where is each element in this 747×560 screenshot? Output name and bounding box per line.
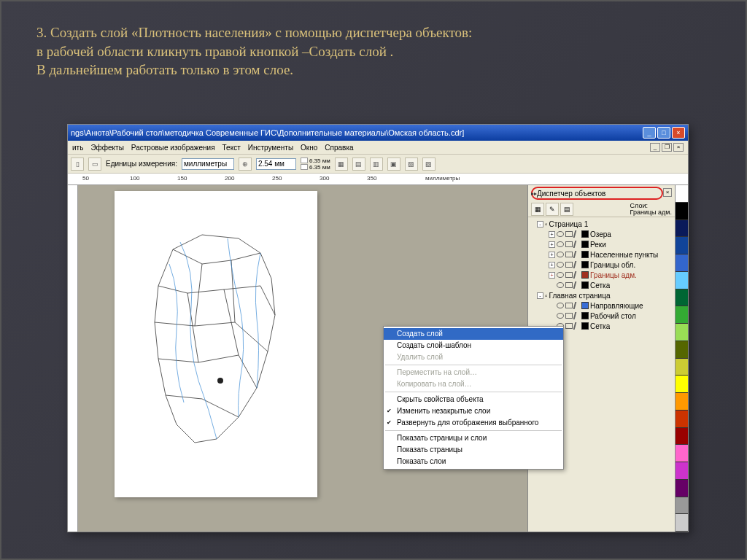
landscape-orientation-button[interactable]: ▭ bbox=[88, 158, 101, 171]
tree-page-1[interactable]: - ▫ Страница 1 bbox=[530, 219, 673, 229]
menu-window[interactable]: Окно bbox=[301, 144, 317, 152]
show-props-button[interactable]: ▦ bbox=[531, 203, 544, 216]
maximize-button[interactable]: □ bbox=[657, 127, 670, 139]
document-page[interactable] bbox=[115, 191, 317, 497]
print-icon[interactable] bbox=[565, 323, 573, 329]
layer-granicy-obl[interactable]: +Границы обл. bbox=[530, 260, 673, 270]
eye-icon[interactable] bbox=[557, 282, 564, 288]
print-icon[interactable] bbox=[565, 231, 573, 237]
tree-master-page[interactable]: - ▫ Главная страница bbox=[530, 290, 673, 300]
toolbar-button-6[interactable]: ▨ bbox=[422, 158, 436, 171]
doc-restore-button[interactable]: ❐ bbox=[662, 143, 672, 152]
print-icon[interactable] bbox=[565, 241, 573, 247]
expander-icon[interactable]: + bbox=[549, 262, 555, 268]
doc-close-button[interactable]: × bbox=[673, 143, 684, 152]
print-icon[interactable] bbox=[565, 272, 573, 278]
menu-tools[interactable]: Инструменты bbox=[248, 144, 293, 152]
color-swatch[interactable] bbox=[676, 203, 688, 220]
cm-expand-selected[interactable]: ✔Развернуть для отображения выбранного bbox=[384, 417, 563, 429]
pen-icon[interactable] bbox=[573, 261, 581, 268]
cm-show-layers[interactable]: Показать слои bbox=[384, 456, 563, 467]
expander-icon[interactable]: + bbox=[549, 241, 555, 248]
color-swatch[interactable] bbox=[676, 497, 688, 515]
edit-layers-button[interactable]: ✎ bbox=[546, 203, 559, 216]
color-swatch[interactable] bbox=[676, 411, 688, 428]
eye-icon[interactable] bbox=[557, 262, 564, 268]
color-swatch[interactable] bbox=[676, 480, 688, 497]
layer-tree[interactable]: - ▫ Страница 1 +Озера +Реки +Населенные … bbox=[528, 217, 675, 332]
cm-show-pages[interactable]: Показать страницы bbox=[384, 444, 563, 456]
eye-icon[interactable] bbox=[557, 241, 564, 247]
menu-fragment[interactable]: ить bbox=[72, 144, 83, 152]
cm-show-pages-layers[interactable]: Показать страницы и слои bbox=[384, 432, 563, 444]
color-swatch[interactable] bbox=[676, 341, 688, 359]
eye-icon[interactable] bbox=[557, 272, 564, 278]
color-palette[interactable] bbox=[675, 185, 688, 532]
color-swatch[interactable] bbox=[676, 514, 688, 532]
pen-icon[interactable] bbox=[573, 230, 581, 238]
pen-icon[interactable] bbox=[573, 271, 581, 279]
color-swatch[interactable] bbox=[676, 185, 688, 203]
cm-edit-across[interactable]: ✔Изменить незакрытые слои bbox=[384, 405, 563, 417]
pen-icon[interactable] bbox=[573, 281, 581, 289]
layer-view-button[interactable]: ▤ bbox=[560, 203, 573, 216]
expander-icon[interactable]: + bbox=[549, 252, 555, 258]
color-swatch[interactable] bbox=[676, 428, 688, 446]
toolbar-button-4[interactable]: ▣ bbox=[387, 158, 400, 171]
cm-create-layer[interactable]: Создать слой bbox=[384, 328, 563, 340]
menu-effects[interactable]: Эффекты bbox=[90, 144, 123, 152]
layer-granicy-adm[interactable]: +Границы адм. bbox=[530, 270, 673, 280]
minimize-button[interactable]: _ bbox=[643, 127, 656, 139]
print-icon[interactable] bbox=[565, 252, 573, 257]
color-swatch[interactable] bbox=[676, 237, 688, 254]
units-dropdown[interactable] bbox=[182, 158, 234, 170]
eye-icon[interactable] bbox=[557, 313, 564, 319]
dup-x-value[interactable]: 6.35 мм bbox=[309, 158, 330, 164]
print-icon[interactable] bbox=[565, 313, 573, 319]
color-swatch[interactable] bbox=[676, 462, 688, 480]
layer-desktop[interactable]: Рабочий стол bbox=[530, 311, 673, 321]
eye-icon[interactable] bbox=[557, 252, 564, 257]
print-icon[interactable] bbox=[565, 282, 573, 288]
color-swatch[interactable] bbox=[676, 306, 688, 324]
cm-hide-props[interactable]: Скрыть свойства объекта bbox=[384, 394, 563, 405]
expander-icon[interactable]: - bbox=[537, 292, 543, 299]
color-swatch[interactable] bbox=[676, 324, 688, 341]
layer-setka[interactable]: Сетка bbox=[530, 280, 673, 290]
toolbar-button-3[interactable]: ▥ bbox=[370, 158, 383, 171]
print-icon[interactable] bbox=[565, 303, 573, 308]
expander-icon[interactable]: + bbox=[549, 272, 555, 279]
pen-icon[interactable] bbox=[573, 241, 581, 248]
toolbar-button-5[interactable]: ▧ bbox=[405, 158, 418, 171]
pen-icon[interactable] bbox=[573, 302, 581, 309]
layer-ozera[interactable]: +Озера bbox=[530, 229, 673, 239]
toolbar-button-2[interactable]: ▤ bbox=[352, 158, 365, 171]
expander-icon[interactable]: + bbox=[549, 231, 555, 238]
cm-create-master-layer[interactable]: Создать слой-шаблон bbox=[384, 340, 563, 351]
toolbar-button-1[interactable]: ▦ bbox=[335, 158, 348, 171]
pen-icon[interactable] bbox=[573, 322, 581, 330]
print-icon[interactable] bbox=[565, 262, 573, 268]
nudge-distance-input[interactable] bbox=[256, 158, 296, 170]
menu-help[interactable]: Справка bbox=[325, 144, 353, 152]
docker-expand-icon[interactable]: ▸▸ bbox=[531, 190, 537, 197]
color-swatch[interactable] bbox=[676, 220, 688, 238]
layer-guides[interactable]: Направляющие bbox=[530, 300, 673, 311]
color-swatch[interactable] bbox=[676, 445, 688, 462]
expander-icon[interactable]: - bbox=[537, 221, 543, 228]
color-swatch[interactable] bbox=[676, 376, 688, 393]
eye-icon[interactable] bbox=[557, 231, 564, 237]
pen-icon[interactable] bbox=[573, 251, 581, 258]
docker-close-button[interactable]: × bbox=[663, 188, 672, 197]
color-swatch[interactable] bbox=[676, 359, 688, 376]
doc-minimize-button[interactable]: _ bbox=[650, 143, 660, 152]
dup-y-value[interactable]: 6.35 мм bbox=[309, 164, 330, 171]
color-swatch[interactable] bbox=[676, 393, 688, 411]
eye-icon[interactable] bbox=[557, 303, 564, 308]
color-swatch[interactable] bbox=[676, 289, 688, 307]
close-button[interactable]: × bbox=[672, 127, 685, 139]
color-swatch[interactable] bbox=[676, 272, 688, 289]
menu-text[interactable]: Текст bbox=[222, 144, 241, 152]
menu-bitmaps[interactable]: Растровые изображения bbox=[131, 144, 215, 152]
pen-icon[interactable] bbox=[573, 312, 581, 319]
